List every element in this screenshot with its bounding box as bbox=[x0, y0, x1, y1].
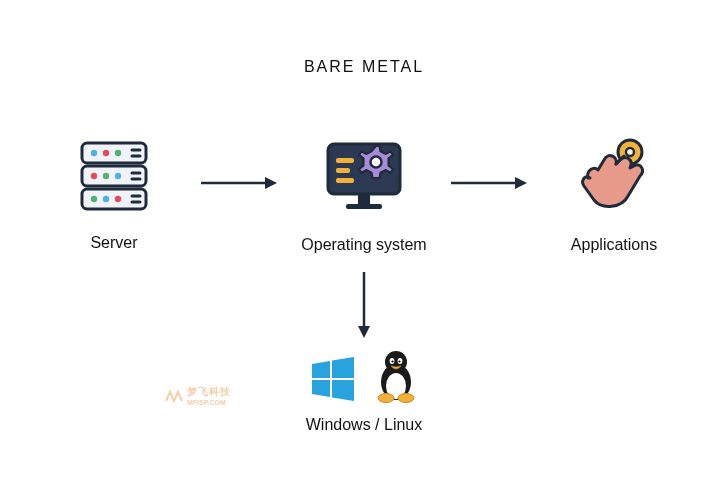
touch-app-icon bbox=[568, 130, 660, 226]
svg-point-10 bbox=[103, 196, 109, 202]
svg-rect-21 bbox=[358, 194, 370, 204]
svg-marker-37 bbox=[312, 380, 330, 397]
arrow-server-to-os bbox=[199, 173, 279, 193]
node-server-label: Server bbox=[90, 234, 137, 252]
svg-point-6 bbox=[91, 173, 97, 179]
svg-point-5 bbox=[115, 150, 121, 156]
watermark-sub: MFISP.COM bbox=[187, 399, 231, 406]
svg-point-4 bbox=[103, 150, 109, 156]
node-server: Server bbox=[29, 132, 199, 252]
linux-tux-icon bbox=[372, 348, 420, 408]
svg-marker-38 bbox=[332, 380, 354, 401]
svg-point-11 bbox=[115, 196, 121, 202]
svg-point-47 bbox=[398, 394, 414, 403]
node-os-variants-label: Windows / Linux bbox=[306, 416, 423, 434]
svg-point-46 bbox=[378, 394, 394, 403]
svg-rect-25 bbox=[336, 178, 354, 183]
svg-marker-29 bbox=[515, 177, 527, 189]
diagram-title: BARE METAL bbox=[0, 58, 728, 76]
svg-marker-19 bbox=[265, 177, 277, 189]
arrow-os-to-apps bbox=[449, 173, 529, 193]
server-icon bbox=[70, 132, 158, 224]
svg-point-9 bbox=[91, 196, 97, 202]
svg-point-44 bbox=[391, 360, 393, 362]
node-os: Operating system bbox=[279, 130, 449, 254]
svg-point-7 bbox=[103, 173, 109, 179]
watermark-brand: 梦飞科技 bbox=[187, 386, 231, 397]
svg-point-45 bbox=[398, 360, 400, 362]
svg-point-27 bbox=[371, 157, 382, 168]
node-os-variants: Windows / Linux bbox=[0, 348, 728, 434]
svg-marker-36 bbox=[332, 357, 354, 378]
arrow-os-to-variants bbox=[0, 270, 728, 340]
svg-point-41 bbox=[385, 351, 407, 373]
svg-rect-24 bbox=[336, 168, 350, 173]
monitor-settings-icon bbox=[318, 130, 410, 226]
svg-marker-34 bbox=[358, 326, 370, 338]
node-apps: Applications bbox=[529, 130, 699, 254]
svg-rect-22 bbox=[346, 204, 382, 209]
svg-point-3 bbox=[91, 150, 97, 156]
svg-rect-23 bbox=[336, 158, 354, 163]
watermark-logo-icon bbox=[165, 389, 183, 403]
watermark: 梦飞科技 MFISP.COM bbox=[165, 385, 231, 406]
diagram-main-row: Server bbox=[0, 130, 728, 254]
svg-point-31 bbox=[626, 148, 634, 156]
windows-icon bbox=[308, 354, 358, 408]
node-os-label: Operating system bbox=[301, 236, 426, 254]
node-apps-label: Applications bbox=[571, 236, 657, 254]
svg-marker-35 bbox=[312, 361, 330, 378]
svg-point-8 bbox=[115, 173, 121, 179]
